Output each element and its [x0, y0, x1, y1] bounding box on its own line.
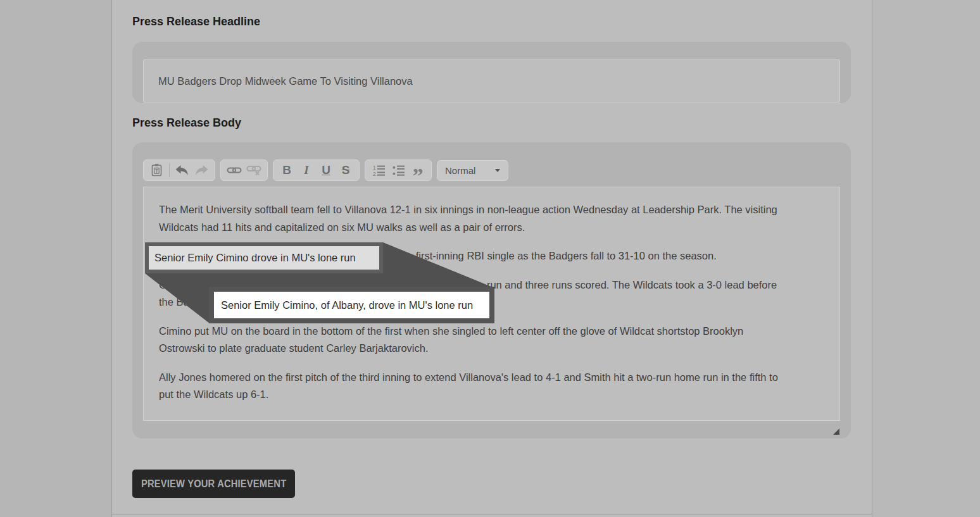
link-button[interactable] — [227, 162, 242, 178]
editor-resize-handle[interactable] — [833, 428, 839, 435]
drag-tooltip: Senior Emily Cimino, of Albany, drove in… — [209, 287, 494, 323]
svg-text:T: T — [155, 168, 159, 174]
bold-button[interactable]: B — [279, 162, 294, 178]
content-bottom-divider — [112, 514, 872, 514]
svg-text:2: 2 — [373, 171, 376, 177]
left-margin — [0, 0, 112, 517]
redo-button[interactable] — [194, 162, 209, 178]
preview-achievement-label: PREVIEW YOUR ACHIEVEMENT — [141, 478, 286, 490]
bulleted-list-icon — [392, 165, 405, 177]
toolbar-group-links — [220, 159, 268, 181]
press-release-form-page: Press Release Headline Press Release Bod… — [0, 0, 980, 517]
right-margin — [872, 0, 980, 517]
unlink-icon — [246, 165, 261, 176]
selected-text-box[interactable]: Senior Emily Cimino drove in MU's lone r… — [145, 242, 383, 273]
paragraph-5: Ally Jones homered on the first pitch of… — [159, 369, 824, 404]
dropdown-caret-icon — [495, 169, 500, 172]
svg-text:1: 1 — [373, 165, 376, 171]
body-label: Press Release Body — [132, 116, 241, 130]
toolbar-group-inline-style: B I U S — [273, 159, 360, 181]
link-icon — [227, 165, 242, 175]
blockquote-button[interactable]: ” — [410, 162, 425, 178]
blockquote-icon: ” — [413, 173, 424, 179]
italic-icon: I — [304, 163, 308, 177]
undo-button[interactable] — [174, 162, 189, 178]
numbered-list-icon: 1 2 — [372, 165, 386, 177]
undo-icon — [175, 165, 189, 176]
toolbar-group-blocks: 1 2 — [365, 159, 432, 181]
numbered-list-button[interactable]: 1 2 — [371, 162, 386, 178]
unlink-button[interactable] — [246, 162, 261, 178]
strikethrough-icon: S — [342, 163, 350, 177]
redo-icon — [194, 165, 209, 176]
preview-achievement-button[interactable]: PREVIEW YOUR ACHIEVEMENT — [132, 470, 295, 498]
toolbar-separator — [169, 163, 170, 177]
paragraph-1: The Merit University softball team fell … — [159, 201, 824, 236]
editor-toolbar: T — [143, 159, 508, 181]
bulleted-list-button[interactable] — [391, 162, 406, 178]
paste-from-clipboard-icon: T — [151, 163, 163, 177]
format-dropdown[interactable]: Normal — [437, 160, 508, 181]
underline-icon: U — [322, 163, 330, 177]
italic-button[interactable]: I — [299, 162, 314, 178]
paragraph-2-rest: with a first-inning RBI single as the Ba… — [386, 250, 717, 261]
format-dropdown-value: Normal — [445, 165, 475, 176]
bold-icon: B — [282, 163, 291, 177]
underline-button[interactable]: U — [318, 162, 334, 178]
toolbar-group-clipboard: T — [143, 159, 215, 181]
paste-button[interactable]: T — [149, 162, 165, 178]
paragraph-4: Cimino put MU on the board in the bottom… — [159, 323, 824, 358]
headline-label: Press Release Headline — [132, 15, 260, 28]
headline-input[interactable] — [143, 59, 840, 103]
strikethrough-button[interactable]: S — [338, 162, 353, 178]
